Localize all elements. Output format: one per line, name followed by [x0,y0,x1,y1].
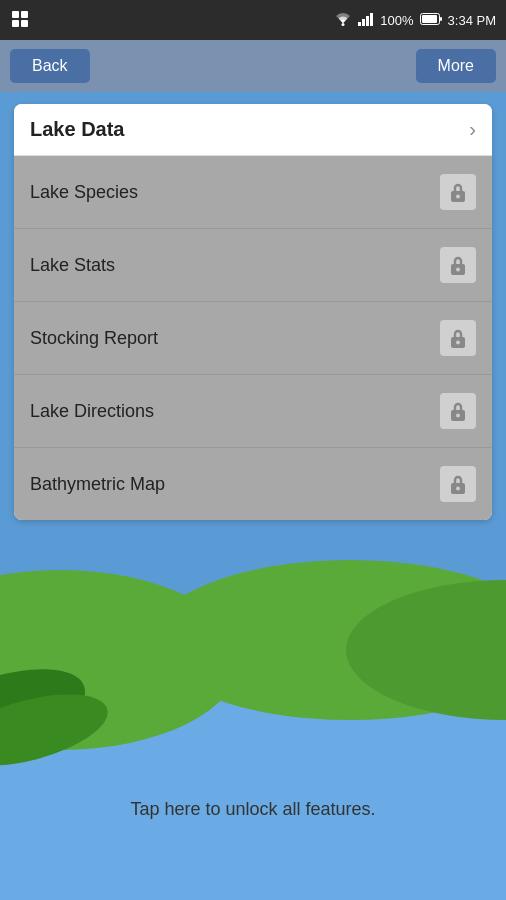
svg-rect-7 [366,16,369,26]
lock-icon [440,174,476,210]
list-item[interactable]: Bathymetric Map [14,448,492,520]
svg-point-4 [342,23,345,26]
back-button[interactable]: Back [10,49,90,83]
list-item-label: Lake Species [30,182,138,203]
nav-bar: Back More [0,40,506,92]
svg-rect-5 [358,22,361,26]
list-item[interactable]: Lake Species [14,156,492,229]
content-card: Lake Data › Lake Species Lake Stats [14,104,492,520]
svg-rect-1 [21,11,28,18]
unlock-text: Tap here to unlock all features. [130,799,375,819]
main-content: Lake Data › Lake Species Lake Stats [0,104,506,520]
list-item[interactable]: Stocking Report [14,302,492,375]
lock-icon [440,466,476,502]
svg-rect-11 [440,17,442,21]
status-left [10,9,30,32]
more-button[interactable]: More [416,49,496,83]
list-item-label: Stocking Report [30,328,158,349]
lock-icon [440,320,476,356]
svg-rect-2 [12,20,19,27]
background-scene [0,520,506,900]
signal-icon [358,12,374,29]
app-icon [10,9,30,32]
svg-point-17 [456,341,460,345]
svg-rect-6 [362,19,365,26]
lock-icon [440,247,476,283]
svg-point-15 [456,268,460,272]
chevron-right-icon: › [469,118,476,141]
card-title: Lake Data [30,118,125,141]
list-item[interactable]: Lake Directions [14,375,492,448]
battery-icon [420,13,442,28]
time-display: 3:34 PM [448,13,496,28]
list-items-container: Lake Species Lake Stats [14,156,492,520]
lock-icon [440,393,476,429]
svg-rect-0 [12,11,19,18]
list-item[interactable]: Lake Stats [14,229,492,302]
svg-point-13 [456,195,460,199]
list-item-label: Lake Stats [30,255,115,276]
status-right: 100% 3:34 PM [334,12,496,29]
list-item-label: Lake Directions [30,401,154,422]
battery-percent: 100% [380,13,413,28]
card-header[interactable]: Lake Data › [14,104,492,156]
wifi-icon [334,12,352,29]
svg-rect-8 [370,13,373,26]
status-bar: 100% 3:34 PM [0,0,506,40]
svg-rect-10 [422,15,437,23]
svg-rect-3 [21,20,28,27]
svg-point-19 [456,414,460,418]
list-item-label: Bathymetric Map [30,474,165,495]
unlock-text-container[interactable]: Tap here to unlock all features. [0,799,506,820]
svg-point-21 [456,487,460,491]
